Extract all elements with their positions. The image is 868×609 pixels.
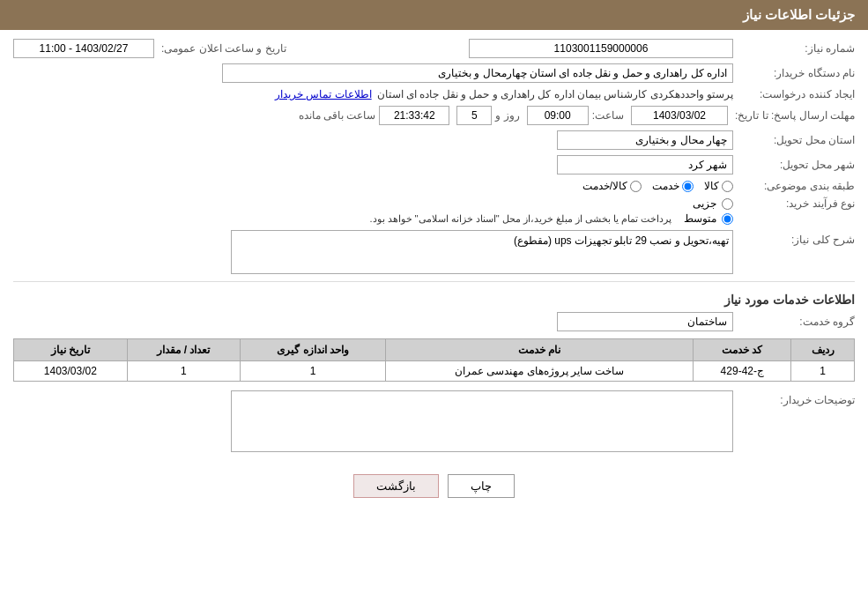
col-code: کد خدمت [694,339,791,361]
buyer-org-row: نام دستگاه خریدار: اداره کل راهداری و حم… [13,63,855,83]
province-row: استان محل تحویل: چهار محال و بختیاری [13,130,855,150]
purchase-option-jozi: جزیی [369,197,733,210]
need-number-row: شماره نیاز: 1103001159000006 تاریخ و ساع… [13,39,855,58]
main-content: شماره نیاز: 1103001159000006 تاریخ و ساع… [0,30,868,461]
need-description-row: شرح کلی نیاز: تهیه،تحویل و نصب 29 تابلو … [13,230,855,274]
need-description-value: تهیه،تحویل و نصب 29 تابلو تجهیزات ups (م… [514,234,729,247]
col-qty: تعداد / مقدار [127,339,241,361]
back-button[interactable]: بازگشت [353,474,439,498]
col-unit: واحد اندازه گیری [241,339,386,361]
need-description-label: شرح کلی نیاز: [740,234,855,246]
service-group-value: ساختمان [557,312,733,331]
reply-time-label: ساعت: [592,109,624,122]
category-option-khedmat: خدمت [652,180,694,192]
col-row: ردیف [791,339,855,361]
category-label-kala: کالا [704,180,719,192]
city-label: شهر محل تحویل: [740,159,855,171]
col-name: نام خدمت [385,339,693,361]
province-value: چهار محال و بختیاری [557,130,733,150]
creator-row: ایجاد کننده درخواست: پرستو واحددهکردی کا… [13,88,855,100]
reply-time: 09:00 [527,106,589,125]
reply-deadline-row: مهلت ارسال پاسخ: تا تاریخ: 1403/03/02 سا… [13,106,855,125]
purchase-radio-jozi[interactable] [722,198,733,210]
table-cell-code: ج-42-429 [694,361,791,382]
creator-value: پرستو واحددهکردی کارشناس بیمان اداره کل … [377,88,733,100]
buyer-org-label: نام دستگاه خریدار: [740,67,855,79]
creator-label: ایجاد کننده درخواست: [740,88,855,100]
service-group-row: گروه خدمت: ساختمان [13,312,855,331]
announcement-datetime-value: 1403/02/27 - 11:00 [13,39,154,58]
purchase-radio-motavasset[interactable] [722,213,733,225]
announcement-datetime-label: تاریخ و ساعت اعلان عمومی: [161,42,286,55]
reply-day: 5 [456,106,492,125]
category-radio-group: کالا خدمت کالا/خدمت [582,180,733,192]
purchase-option-motavasset: متوسط پرداخت تمام یا بخشی از مبلغ خرید،ا… [369,212,733,225]
buyer-notes-textarea[interactable] [231,390,733,452]
category-radio-kala-khedmat[interactable] [630,181,642,192]
category-option-kala-khedmat: کالا/خدمت [582,180,642,192]
page-header: جزئیات اطلاعات نیاز [0,0,868,30]
reply-deadline-label: مهلت ارسال پاسخ: تا تاریخ: [735,109,855,122]
table-row: 1ج-42-429ساخت سایر پروژه‌های مهندسی عمرا… [14,361,855,382]
reply-day-label: روز و [495,109,519,122]
category-label: طبقه بندی موضوعی: [740,180,855,192]
need-number-value: 1103001159000006 [469,39,733,58]
purchase-label-motavasset: متوسط [684,212,716,225]
city-row: شهر محل تحویل: شهر کرد [13,155,855,175]
need-number-label: شماره نیاز: [740,42,855,55]
purchase-type-row: نوع فرآیند خرید: جزیی متوسط پرداخت تمام … [13,197,855,225]
reply-date: 1403/03/02 [631,106,728,125]
separator-1 [13,281,855,282]
reply-remaining-label: ساعت باقی مانده [299,109,376,122]
category-label-kala-khedmat: کالا/خدمت [582,180,627,192]
category-row: طبقه بندی موضوعی: کالا خدمت کالا/خدمت [13,180,855,192]
category-radio-kala[interactable] [722,181,733,192]
table-cell-quantity: 1 [127,361,241,382]
category-label-khedmat: خدمت [652,180,679,192]
reply-remaining: 21:33:42 [379,106,449,125]
table-cell-name: ساخت سایر پروژه‌های مهندسی عمران [385,361,693,382]
service-group-label: گروه خدمت: [740,316,855,328]
purchase-type-options: جزیی متوسط پرداخت تمام یا بخشی از مبلغ خ… [369,197,733,225]
table-cell-unit: 1 [241,361,386,382]
table-cell-row: 1 [791,361,855,382]
col-date: تاریخ نیاز [14,339,128,361]
buyer-notes-label: توضیحات خریدار: [740,394,855,406]
print-button[interactable]: چاپ [448,474,515,498]
buyer-notes-row: توضیحات خریدار: [13,390,855,452]
table-cell-date: 1403/03/02 [14,361,128,382]
page-title: جزئیات اطلاعات نیاز [743,7,855,22]
creator-link[interactable]: اطلاعات تماس خریدار [275,88,372,100]
purchase-note: پرداخت تمام یا بخشی از مبلغ خرید،از محل … [369,213,671,225]
purchase-type-label: نوع فرآیند خرید: [740,197,855,210]
purchase-label-jozi: جزیی [693,197,716,210]
category-option-kala: کالا [704,180,733,192]
province-label: استان محل تحویل: [740,134,855,146]
bottom-buttons: بازگشت چاپ [0,474,868,498]
city-value: شهر کرد [557,155,733,175]
services-section-title: اطلاعات خدمات مورد نیاز [13,293,855,307]
need-description-box: تهیه،تحویل و نصب 29 تابلو تجهیزات ups (م… [231,230,733,274]
category-radio-khedmat[interactable] [682,181,694,192]
page-container: جزئیات اطلاعات نیاز شماره نیاز: 11030011… [0,0,868,609]
buyer-org-value: اداره کل راهداری و حمل و نقل جاده ای است… [222,63,733,83]
services-table: ردیف کد خدمت نام خدمت واحد اندازه گیری ت… [13,338,855,382]
